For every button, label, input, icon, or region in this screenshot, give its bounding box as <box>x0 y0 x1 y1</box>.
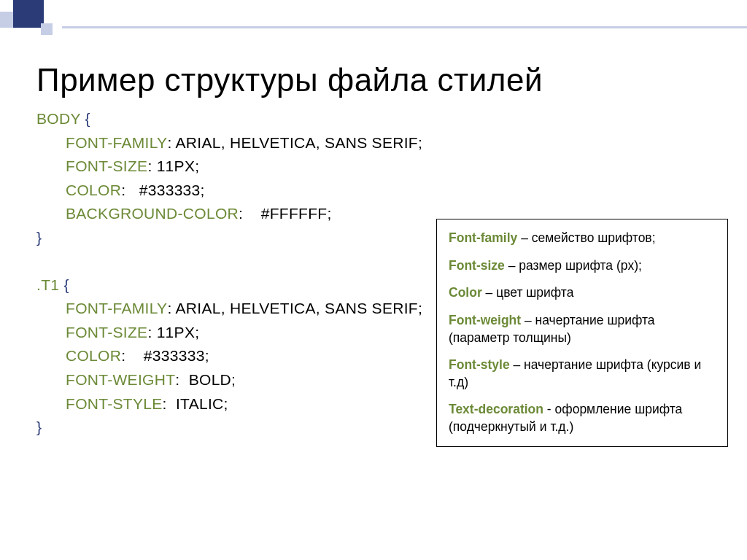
legend-desc: – цвет шрифта <box>482 285 574 300</box>
val: : #333333; <box>121 347 209 364</box>
legend-item: Font-family – семейство шрифтов; <box>449 230 716 247</box>
val: : 11px; <box>147 324 199 341</box>
legend-term: Font-style <box>449 357 510 372</box>
val: : #FFFFFF; <box>239 205 332 222</box>
corner-decoration <box>0 0 53 35</box>
legend-term: Font-weight <box>449 313 521 327</box>
val: : #333333; <box>121 182 205 198</box>
prop-bg-color: background-color <box>66 202 239 226</box>
legend-term: Color <box>449 285 482 300</box>
val: : Italic; <box>163 395 228 412</box>
legend-term: Text-decoration <box>449 402 543 416</box>
legend-term: Font-size <box>449 258 505 273</box>
val: : Arial, Helvetica, sans serif; <box>167 134 422 151</box>
legend-item: Font-style – начертание шрифта (курсив и… <box>449 357 716 391</box>
selector-body: Body <box>36 110 80 127</box>
legend-item: Font-size – размер шрифта (px); <box>449 257 716 275</box>
brace-open: { <box>59 276 69 293</box>
brace-close: } <box>36 419 42 435</box>
prop-font-style: font-style <box>66 392 163 416</box>
prop-font-family: font-family <box>66 297 167 321</box>
brace-close: } <box>36 229 42 246</box>
brace-open: { <box>80 110 90 127</box>
legend-item: Color – цвет шрифта <box>449 284 716 302</box>
prop-color: color <box>66 179 121 203</box>
slide-title: Пример структуры файла стилей <box>36 62 725 98</box>
top-stripe <box>62 26 747 28</box>
legend-box: Font-family – семейство шрифтов; Font-si… <box>436 219 728 447</box>
prop-font-weight: font-weight <box>66 368 175 392</box>
prop-font-family: font-family <box>66 131 167 155</box>
legend-term: Font-family <box>449 230 517 245</box>
val: : Bold; <box>175 371 236 388</box>
prop-font-size: font-size <box>66 155 147 179</box>
prop-color: color <box>66 344 121 368</box>
val: : 11px; <box>147 158 199 174</box>
val: : Arial, Helvetica, sans serif; <box>167 300 422 316</box>
legend-desc: – семейство шрифтов; <box>517 230 655 245</box>
legend-item: Font-weight – начертание шрифта (парамет… <box>449 312 716 346</box>
selector-t1: .T1 <box>36 276 59 293</box>
legend-item: Text-decoration - оформление шрифта (под… <box>449 401 716 435</box>
prop-font-size: font-size <box>66 321 147 345</box>
legend-desc: – размер шрифта (px); <box>505 258 642 273</box>
